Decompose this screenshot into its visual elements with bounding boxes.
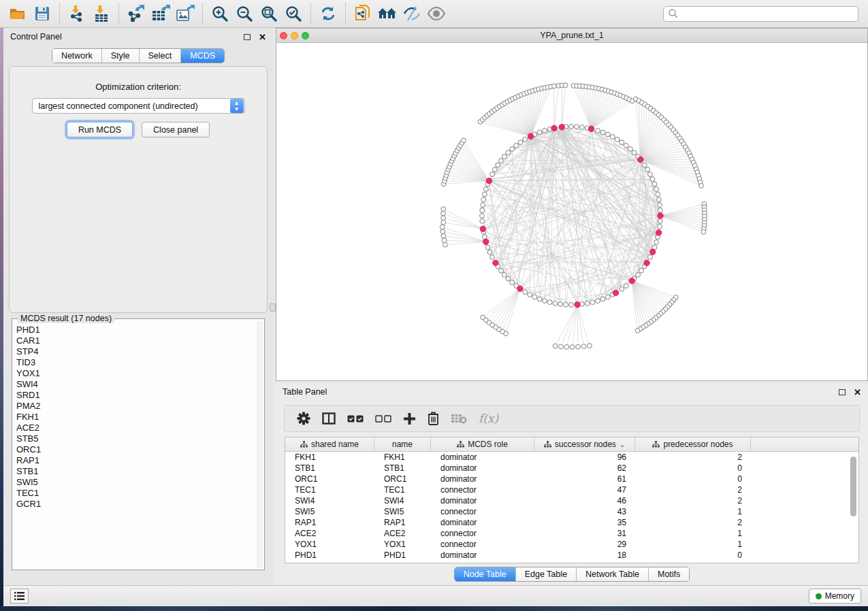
zoom-fit-icon[interactable] <box>257 3 281 24</box>
memory-button[interactable]: Memory <box>809 589 861 604</box>
tab-edge-table[interactable]: Edge Table <box>516 567 577 581</box>
run-mcds-button[interactable]: Run MCDS <box>67 122 133 137</box>
splitter-grip[interactable] <box>270 303 276 312</box>
table-toolbar: f(x) <box>284 405 860 432</box>
search-input[interactable] <box>679 7 858 20</box>
refresh-icon[interactable] <box>316 3 340 24</box>
mcds-result-item[interactable]: STB5 <box>16 433 257 444</box>
add-column-icon[interactable] <box>403 412 416 425</box>
float-panel-icon[interactable] <box>244 34 251 40</box>
table-row[interactable]: YOX1YOX1connector291 <box>285 539 858 550</box>
tab-select[interactable]: Select <box>140 49 182 63</box>
control-panel-tabbar: Network Style Select MCDS <box>52 48 225 63</box>
node-table-body: FKH1FKH1dominator962STB1STB1dominator620… <box>285 452 858 561</box>
tab-motifs[interactable]: Motifs <box>649 567 689 581</box>
mcds-result-item[interactable]: SWI4 <box>16 379 257 390</box>
mcds-result-item[interactable]: TID3 <box>16 357 257 368</box>
criterion-dropdown[interactable]: largest connected component (undirected)… <box>32 98 245 114</box>
mcds-result-item[interactable]: FKH1 <box>16 412 257 423</box>
table-cell: 31 <box>534 528 635 539</box>
mcds-result-item[interactable]: YOX1 <box>16 368 257 379</box>
mcds-result-item[interactable]: GCR1 <box>16 499 257 510</box>
table-cell: 0 <box>635 474 751 484</box>
column-type-icon <box>457 441 464 448</box>
memory-status-icon <box>816 593 822 599</box>
table-cell: dominator <box>431 452 534 463</box>
column-header-name[interactable]: name <box>374 437 431 451</box>
welcome-screen-icon[interactable] <box>375 3 400 24</box>
zoom-selected-icon[interactable] <box>281 3 306 24</box>
network-graph-canvas[interactable] <box>276 43 867 379</box>
mcds-result-item[interactable]: TEC1 <box>16 488 257 499</box>
delete-column-icon[interactable] <box>428 412 439 425</box>
export-image-icon[interactable] <box>173 3 197 24</box>
table-settings-gear-icon[interactable] <box>297 412 310 425</box>
task-history-button[interactable] <box>10 589 29 604</box>
import-table-icon[interactable] <box>89 3 114 24</box>
mcds-list-scrollbar[interactable] <box>257 321 263 567</box>
table-row[interactable]: ACE2ACE2connector311 <box>285 528 858 539</box>
column-header-shared-name[interactable]: shared name <box>285 437 374 451</box>
search-box[interactable] <box>663 6 858 22</box>
deselect-all-icon[interactable] <box>375 415 391 423</box>
table-row[interactable]: TEC1TEC1connector472 <box>285 484 858 495</box>
close-panel-icon[interactable]: ✕ <box>854 388 861 397</box>
mcds-result-item[interactable]: ACE2 <box>16 423 257 433</box>
table-scrollbar[interactable] <box>850 457 856 516</box>
mcds-result-list[interactable]: PHD1CAR1STP4TID3YOX1SWI4SRD1PMA2FKH1ACE2… <box>16 325 257 567</box>
column-header-predecessor-nodes[interactable]: predecessor nodes <box>635 437 751 451</box>
table-panel-title: Table Panel <box>283 387 327 397</box>
table-row[interactable]: ORC1ORC1dominator610 <box>285 474 858 484</box>
function-builder-icon[interactable]: f(x) <box>479 412 498 425</box>
share-document-icon[interactable] <box>351 3 375 24</box>
table-cell: dominator <box>431 463 534 474</box>
mcds-result-item[interactable]: STB1 <box>16 466 257 477</box>
open-session-icon[interactable] <box>5 3 30 24</box>
tab-network-table[interactable]: Network Table <box>577 567 649 581</box>
table-row[interactable]: PHD1PHD1dominator180 <box>285 550 858 561</box>
table-row[interactable]: SWI5SWI5connector431 <box>285 506 858 517</box>
delete-table-icon[interactable] <box>451 413 467 424</box>
mcds-result-item[interactable]: ORC1 <box>16 444 257 455</box>
table-cell: PHD1 <box>285 550 374 561</box>
column-header-successor-nodes[interactable]: successor nodes⌄ <box>534 437 635 451</box>
network-window-titlebar[interactable]: YPA_prune.txt_1 <box>276 29 867 43</box>
mcds-result-item[interactable]: SWI5 <box>16 477 257 488</box>
save-session-icon[interactable] <box>30 3 54 24</box>
mcds-result-item[interactable]: RAP1 <box>16 455 257 466</box>
table-row[interactable]: RAP1RAP1dominator352 <box>285 517 858 528</box>
close-panel-button[interactable]: Close panel <box>142 122 210 137</box>
node-table: shared name name MCDS role successor nod… <box>285 437 859 563</box>
table-cell: 1 <box>635 539 751 550</box>
tab-node-table[interactable]: Node Table <box>455 567 516 581</box>
table-cell: TEC1 <box>374 484 431 495</box>
zoom-in-icon[interactable] <box>208 3 232 24</box>
import-network-icon[interactable] <box>65 3 89 24</box>
show-columns-icon[interactable] <box>322 412 336 425</box>
tab-style[interactable]: Style <box>102 49 140 63</box>
column-header-mcds-role[interactable]: MCDS role <box>431 437 534 451</box>
export-network-icon[interactable] <box>124 3 148 24</box>
mcds-result-item[interactable]: PMA2 <box>16 401 257 412</box>
column-header-empty <box>751 437 858 451</box>
mcds-result-item[interactable]: CAR1 <box>16 335 257 346</box>
select-all-icon[interactable] <box>347 415 364 423</box>
table-row[interactable]: SWI4SWI4dominator462 <box>285 495 858 506</box>
zoom-out-icon[interactable] <box>232 3 257 24</box>
toolbar-separator <box>118 3 119 24</box>
float-panel-icon[interactable] <box>839 389 846 395</box>
table-row[interactable]: FKH1FKH1dominator962 <box>285 452 858 463</box>
mcds-result-item[interactable]: PHD1 <box>16 325 257 335</box>
table-row[interactable]: STB1STB1dominator620 <box>285 463 858 474</box>
export-table-icon[interactable] <box>148 3 173 24</box>
mcds-result-item[interactable]: STP4 <box>16 346 257 357</box>
tab-mcds[interactable]: MCDS <box>181 49 224 63</box>
table-cell: 2 <box>635 484 751 495</box>
table-cell: SWI5 <box>285 506 374 517</box>
hide-graphics-details-icon[interactable] <box>400 3 424 24</box>
mcds-result-box: MCDS result (17 nodes) PHD1CAR1STP4TID3Y… <box>12 318 265 570</box>
birds-eye-view-icon[interactable] <box>424 3 449 24</box>
close-panel-icon[interactable]: ✕ <box>259 33 266 42</box>
mcds-result-item[interactable]: SRD1 <box>16 390 257 401</box>
tab-network[interactable]: Network <box>52 49 102 63</box>
